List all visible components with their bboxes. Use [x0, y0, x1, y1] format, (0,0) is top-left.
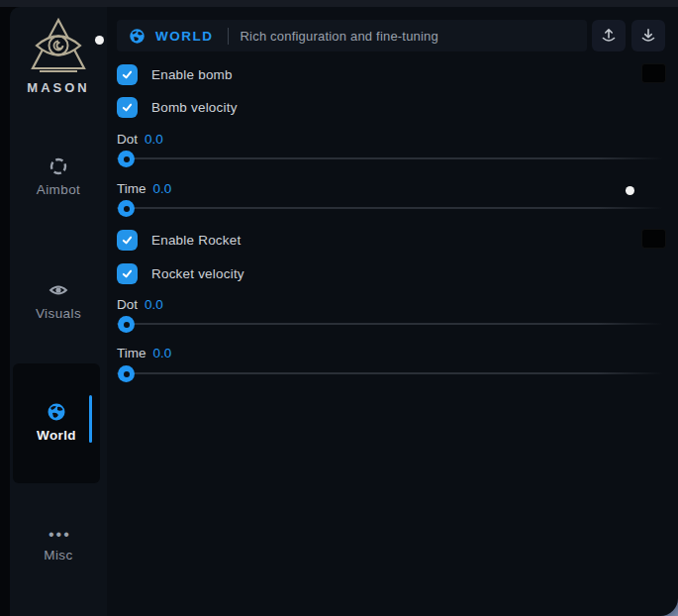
download-icon: [640, 28, 656, 44]
check-icon: [121, 267, 134, 280]
globe-icon: [47, 402, 66, 422]
slider-value: 0.0: [153, 181, 172, 196]
sidebar-item-label: Misc: [10, 548, 107, 563]
mason-eye-pyramid-icon: [30, 17, 87, 76]
bomb-velocity-row: Bomb velocity: [117, 97, 238, 118]
enable-bomb-checkbox[interactable]: [117, 64, 138, 85]
sidebar-item-world[interactable]: World: [13, 363, 100, 483]
sidebar-item-label: Aimbot: [10, 182, 107, 197]
slider-thumb[interactable]: [118, 200, 135, 217]
enable-rocket-checkbox[interactable]: [117, 230, 138, 251]
brand-logo: MASON: [10, 17, 107, 95]
checkbox-label: Rocket velocity: [151, 266, 244, 281]
slider-value: 0.0: [145, 132, 163, 147]
checkbox-label: Enable bomb: [151, 67, 233, 82]
sidebar-item-label: Visuals: [10, 306, 107, 321]
rocket-dot-slider[interactable]: [117, 316, 663, 333]
upload-icon: [601, 28, 617, 44]
enable-rocket-row: Enable Rocket: [117, 230, 241, 251]
checkbox-label: Bomb velocity: [151, 100, 238, 115]
particle-dot: [626, 186, 634, 195]
page-subtitle: Rich configuration and fine-tuning: [241, 29, 438, 44]
rocket-time-label: Time 0.0: [117, 346, 171, 360]
eye-icon: [48, 280, 68, 300]
backdrop-top-strip: [0, 0, 678, 7]
slider-value: 0.0: [153, 346, 172, 360]
checkbox-label: Enable Rocket: [151, 233, 241, 248]
sidebar-item-visuals[interactable]: Visuals: [10, 280, 107, 321]
rocket-color-swatch[interactable]: [641, 229, 666, 249]
bomb-time-slider[interactable]: [117, 200, 663, 217]
sidebar-item-misc[interactable]: ••• Misc: [10, 530, 107, 563]
bomb-dot-slider[interactable]: [117, 151, 663, 167]
import-config-button[interactable]: [631, 20, 665, 51]
slider-track[interactable]: [117, 323, 663, 325]
bomb-velocity-checkbox[interactable]: [117, 97, 138, 118]
rocket-velocity-checkbox[interactable]: [117, 263, 138, 284]
sidebar-item-aimbot[interactable]: Aimbot: [10, 156, 107, 197]
rocket-velocity-row: Rocket velocity: [117, 263, 244, 284]
check-icon: [121, 234, 134, 247]
screen: MASON Aimbot Visuals: [0, 0, 678, 616]
slider-thumb[interactable]: [118, 365, 135, 382]
check-icon: [121, 101, 134, 114]
bomb-time-label: Time 0.0: [117, 181, 171, 196]
slider-value: 0.0: [145, 297, 163, 312]
crosshair-icon: [48, 156, 68, 176]
page-title: WORLD: [155, 29, 214, 44]
rocket-dot-label: Dot 0.0: [117, 297, 163, 312]
sidebar: MASON Aimbot Visuals: [10, 7, 107, 616]
bomb-dot-label: Dot 0.0: [117, 132, 163, 147]
slider-track[interactable]: [117, 207, 663, 209]
header-divider: [228, 28, 229, 45]
particle-dot: [95, 36, 104, 45]
export-config-button[interactable]: [592, 20, 626, 51]
active-indicator-bar: [89, 395, 92, 443]
brand-name: MASON: [10, 80, 107, 95]
page-header: WORLD Rich configuration and fine-tuning: [117, 20, 587, 51]
slider-thumb[interactable]: [118, 316, 135, 333]
check-icon: [121, 68, 134, 81]
slider-thumb[interactable]: [118, 151, 135, 167]
ellipsis-icon: •••: [48, 530, 68, 542]
mason-window: MASON Aimbot Visuals: [10, 7, 678, 616]
bomb-color-swatch[interactable]: [641, 63, 666, 83]
sidebar-item-label: World: [13, 428, 100, 443]
slider-track[interactable]: [117, 157, 663, 159]
rocket-time-slider[interactable]: [117, 365, 663, 382]
slider-track[interactable]: [117, 372, 663, 374]
globe-icon: [129, 28, 145, 45]
enable-bomb-row: Enable bomb: [117, 64, 233, 85]
